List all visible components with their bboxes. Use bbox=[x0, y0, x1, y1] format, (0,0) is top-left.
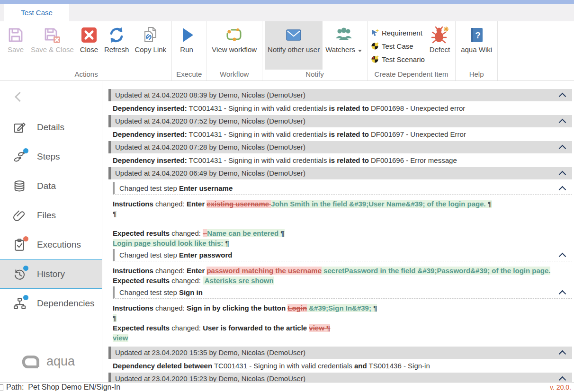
watchers-dropdown-arrow-icon[interactable] bbox=[358, 50, 362, 52]
path-label: Path: bbox=[6, 383, 24, 392]
history-entry-title: Updated at 23.04.2020 15:23 by Demo, Nic… bbox=[115, 374, 305, 383]
notify-other-user-button[interactable]: Notify other user bbox=[265, 21, 323, 70]
sidebar-item-details-label: Details bbox=[37, 122, 64, 133]
view-workflow-icon bbox=[225, 25, 244, 45]
history-entry-header[interactable]: Updated at 24.04.2020 06:49 by Demo, Nic… bbox=[108, 167, 572, 179]
instructions-change: Instructions changed: Enter password mat… bbox=[113, 266, 572, 276]
executions-icon bbox=[12, 238, 27, 252]
sidebar-item-data[interactable]: Data bbox=[0, 171, 102, 201]
sidebar-item-dependencies[interactable]: Dependencies bbox=[0, 289, 102, 318]
defect-button[interactable]: Defect bbox=[427, 21, 453, 70]
create-requirement-button[interactable]: Requirement bbox=[371, 26, 425, 39]
save-icon bbox=[6, 25, 25, 45]
step-change-header[interactable]: Changed test step Enter password bbox=[113, 249, 572, 261]
history-entry-title: Updated at 24.04.2020 06:49 by Demo, Nic… bbox=[115, 169, 305, 177]
ribbon-toolbar: Save Save & Close Close Refresh Copy Lin… bbox=[0, 21, 574, 81]
sidebar-item-files[interactable]: Files bbox=[0, 201, 102, 230]
collapse-chevron-icon[interactable] bbox=[559, 350, 566, 358]
expected-results-change: Expected results changed: Asterisks sre … bbox=[113, 276, 572, 285]
tab-bar: Test Case bbox=[0, 4, 574, 21]
history-entry-body: Dependency inserted: TC001431 - Signing … bbox=[113, 155, 572, 165]
copy-link-label: Copy Link bbox=[135, 45, 166, 53]
aqua-wiki-button[interactable]: ? aqua Wiki bbox=[458, 21, 495, 70]
sidebar-item-history-label: History bbox=[37, 269, 65, 279]
copy-link-icon bbox=[141, 25, 160, 45]
sidebar-list: Details Steps Data Files Executions bbox=[0, 113, 102, 318]
main-area: Details Steps Data Files Executions bbox=[0, 81, 574, 383]
status-bar: Path: Pet Shop Demo EN/Sign-In v. 20.0. bbox=[0, 382, 574, 392]
instructions-change: Instructions changed: Sign in by clickin… bbox=[113, 303, 572, 313]
save-and-close-label: Save & Close bbox=[31, 45, 74, 53]
sidebar-collapse-icon[interactable] bbox=[15, 92, 25, 102]
create-requirement-label: Requirement bbox=[382, 29, 422, 37]
status-bar-icon bbox=[0, 384, 3, 391]
dependencies-icon bbox=[12, 296, 27, 311]
history-entry-title: Updated at 23.04.2020 15:35 by Demo, Nic… bbox=[115, 348, 305, 356]
executions-badge bbox=[23, 236, 28, 241]
step-change-header[interactable]: Changed test step Sign in bbox=[113, 286, 572, 299]
create-test-scenario-button[interactable]: Test Scenario bbox=[371, 53, 425, 66]
sidebar-item-executions-label: Executions bbox=[37, 240, 81, 250]
group-label-create-dependent-item: Create Dependent Item bbox=[370, 70, 453, 80]
watchers-icon bbox=[334, 25, 353, 45]
history-entry-header[interactable]: Updated at 23.04.2020 15:23 by Demo, Nic… bbox=[108, 373, 572, 383]
create-test-case-button[interactable]: Test Case bbox=[371, 39, 425, 53]
save-button[interactable]: Save bbox=[3, 21, 28, 70]
history-badge bbox=[23, 266, 28, 271]
collapse-chevron-icon[interactable] bbox=[559, 119, 566, 126]
view-workflow-label: View workflow bbox=[212, 45, 257, 53]
save-label: Save bbox=[8, 45, 24, 53]
history-entry-header[interactable]: Updated at 24.04.2020 08:39 by Demo, Nic… bbox=[108, 89, 572, 101]
history-icon bbox=[12, 267, 27, 281]
view-workflow-button[interactable]: View workflow bbox=[209, 21, 260, 70]
aqua-app-window: Test Case Save Save & Close Close bbox=[0, 0, 574, 392]
defect-label: Defect bbox=[430, 45, 450, 53]
run-button[interactable]: Run bbox=[174, 21, 199, 70]
history-entry-header[interactable]: Updated at 23.04.2020 15:35 by Demo, Nic… bbox=[108, 347, 572, 359]
instructions-change-line2: ¶ bbox=[113, 313, 572, 323]
sidebar-item-steps[interactable]: Steps bbox=[0, 142, 102, 171]
create-test-scenario-label: Test Scenario bbox=[382, 55, 425, 63]
refresh-button[interactable]: Refresh bbox=[101, 21, 132, 70]
collapse-chevron-icon[interactable] bbox=[559, 290, 566, 298]
step-changes-block: Changed test step Enter username Instruc… bbox=[113, 182, 572, 343]
history-entry-header[interactable]: Updated at 24.04.2020 07:52 by Demo, Nic… bbox=[108, 115, 572, 127]
collapse-chevron-icon[interactable] bbox=[559, 93, 566, 100]
history-entry-header[interactable]: Updated at 24.04.2020 07:28 by Demo, Nic… bbox=[108, 141, 572, 153]
ribbon-group-execute: Run Execute bbox=[172, 21, 206, 80]
sidebar-item-details[interactable]: Details bbox=[0, 113, 102, 142]
sidebar-item-executions[interactable]: Executions bbox=[0, 230, 102, 259]
steps-icon bbox=[12, 150, 27, 164]
collapse-chevron-icon[interactable] bbox=[559, 253, 566, 260]
sidebar-item-history[interactable]: History bbox=[0, 259, 102, 289]
instructions-change-line2: ¶ bbox=[113, 209, 572, 219]
sidebar-item-files-label: Files bbox=[37, 210, 56, 221]
ribbon-group-workflow: View workflow Workflow bbox=[206, 21, 262, 80]
run-icon bbox=[177, 25, 196, 45]
window-title-strip bbox=[0, 0, 574, 4]
collapse-chevron-icon[interactable] bbox=[559, 376, 566, 383]
files-paperclip-icon bbox=[12, 208, 27, 223]
close-button[interactable]: Close bbox=[77, 21, 101, 70]
steps-badge bbox=[23, 148, 28, 153]
aqua-logo: aqua bbox=[21, 353, 75, 369]
history-entry-title: Updated at 24.04.2020 07:52 by Demo, Nic… bbox=[115, 117, 305, 125]
details-icon bbox=[12, 120, 27, 134]
watchers-button[interactable]: Watchers bbox=[323, 21, 365, 70]
collapse-chevron-icon[interactable] bbox=[559, 171, 566, 178]
collapse-chevron-icon[interactable] bbox=[559, 186, 566, 194]
save-and-close-icon bbox=[43, 25, 62, 45]
tab-test-case[interactable]: Test Case bbox=[4, 4, 69, 21]
sidebar: Details Steps Data Files Executions bbox=[0, 81, 102, 383]
step-change-header[interactable]: Changed test step Enter username bbox=[113, 182, 572, 195]
copy-link-button[interactable]: Copy Link bbox=[132, 21, 169, 70]
history-entry-title: Updated at 24.04.2020 07:28 by Demo, Nic… bbox=[115, 143, 305, 151]
data-icon bbox=[12, 179, 27, 193]
sidebar-item-dependencies-label: Dependencies bbox=[37, 298, 94, 309]
ribbon-group-help: ? aqua Wiki Help bbox=[456, 21, 498, 80]
save-and-close-button[interactable]: Save & Close bbox=[28, 21, 77, 70]
history-entry-title: Updated at 24.04.2020 08:39 by Demo, Nic… bbox=[115, 91, 305, 99]
sidebar-item-data-label: Data bbox=[37, 181, 56, 191]
ribbon-group-notify: Notify other user Watchers Notify bbox=[262, 21, 368, 80]
collapse-chevron-icon[interactable] bbox=[559, 145, 566, 152]
